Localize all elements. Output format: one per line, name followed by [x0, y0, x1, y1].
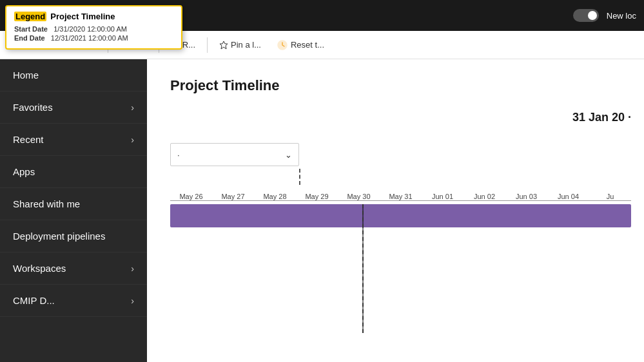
- axis-label: Jun 02: [463, 193, 505, 200]
- sidebar-item-label-shared: Shared with me: [13, 198, 80, 209]
- chevron-right-icon: ›: [131, 102, 134, 113]
- axis-label: Jun 01: [422, 193, 463, 200]
- axis-label: May 31: [380, 193, 422, 200]
- legend-report-name: Project Timeline: [50, 12, 115, 21]
- timeline-axis: May 26May 27May 28May 29May 30May 31Jun …: [170, 182, 631, 201]
- toolbar-sep-3: [207, 37, 208, 53]
- axis-label: May 30: [338, 193, 380, 200]
- sidebar-item-label-favorites: Favorites: [13, 102, 53, 113]
- report-area: Project Timeline 31 Jan 20 · · ⌄ May 26M…: [147, 59, 644, 362]
- axis-label: Jun 03: [505, 193, 547, 200]
- legend-title-text: Legend: [14, 12, 46, 21]
- report-title: Project Timeline: [170, 77, 280, 94]
- sidebar-item-label-recent: Recent: [13, 134, 44, 145]
- pin-label: Pin a l...: [231, 40, 261, 50]
- axis-label: May 26: [170, 193, 212, 200]
- new-look-label[interactable]: New loc: [607, 11, 636, 21]
- axis-label: May 29: [296, 193, 338, 200]
- legend-end-label: End Date: [14, 34, 45, 42]
- sidebar-item-favorites[interactable]: Favorites›: [0, 91, 147, 124]
- sidebar-item-label-deployment: Deployment pipelines: [13, 231, 105, 242]
- gantt-bar-container: [170, 204, 631, 227]
- pin-button[interactable]: Pin a l...: [213, 36, 268, 53]
- legend-popup: Legend Project Timeline Start Date 1/31/…: [5, 5, 182, 50]
- dropdown-chevron-icon: ⌄: [285, 150, 292, 160]
- reset-label: Reset t...: [291, 40, 324, 50]
- new-look-toggle[interactable]: [573, 9, 599, 22]
- sidebar-item-label-apps: Apps: [13, 166, 35, 177]
- legend-start-value: 1/31/2020 12:00:00 AM: [54, 25, 127, 33]
- sidebar-item-workspaces[interactable]: Workspaces›: [0, 252, 147, 285]
- refresh-label: R...: [182, 40, 195, 50]
- axis-label: May 27: [212, 193, 254, 200]
- sidebar-item-cmip[interactable]: CMIP D...›: [0, 285, 147, 317]
- reset-button[interactable]: Reset t...: [270, 35, 331, 55]
- filter-dropdown[interactable]: · ⌄: [170, 143, 299, 166]
- sidebar-item-apps[interactable]: Apps: [0, 156, 147, 188]
- sidebar-item-shared[interactable]: Shared with me: [0, 188, 147, 220]
- today-vertical-line: [362, 204, 364, 333]
- main-area: HomeFavorites›Recent›AppsShared with meD…: [0, 59, 644, 362]
- sidebar-item-label-home: Home: [13, 70, 39, 81]
- sidebar: HomeFavorites›Recent›AppsShared with meD…: [0, 59, 147, 362]
- dropdown-value: ·: [177, 150, 180, 160]
- chevron-right-icon: ›: [131, 263, 134, 274]
- legend-start-label: Start Date: [14, 25, 48, 33]
- top-bar-right: New loc: [573, 9, 636, 22]
- legend-title: Legend Project Timeline: [14, 12, 173, 21]
- report-canvas: Project Timeline 31 Jan 20 · · ⌄ May 26M…: [147, 59, 644, 362]
- gantt-bar: [170, 204, 631, 227]
- legend-end-date: End Date 12/31/2021 12:00:00 AM: [14, 34, 173, 42]
- sidebar-item-deployment[interactable]: Deployment pipelines: [0, 220, 147, 252]
- reset-icon: [277, 39, 288, 51]
- sidebar-item-label-workspaces: Workspaces: [13, 263, 66, 274]
- legend-end-value: 12/31/2021 12:00:00 AM: [51, 34, 128, 42]
- chevron-right-icon: ›: [131, 296, 134, 306]
- pin-icon: [219, 41, 228, 50]
- axis-label: Jun 04: [547, 193, 589, 200]
- sidebar-item-label-cmip: CMIP D...: [13, 295, 55, 306]
- date-label: 31 Jan 20 ·: [572, 111, 631, 124]
- sidebar-item-home[interactable]: Home: [0, 59, 147, 91]
- legend-start-date: Start Date 1/31/2020 12:00:00 AM: [14, 25, 173, 33]
- axis-label: May 28: [254, 193, 296, 200]
- chevron-right-icon: ›: [131, 135, 134, 145]
- axis-label: Ju: [589, 193, 631, 200]
- sidebar-item-recent[interactable]: Recent›: [0, 124, 147, 156]
